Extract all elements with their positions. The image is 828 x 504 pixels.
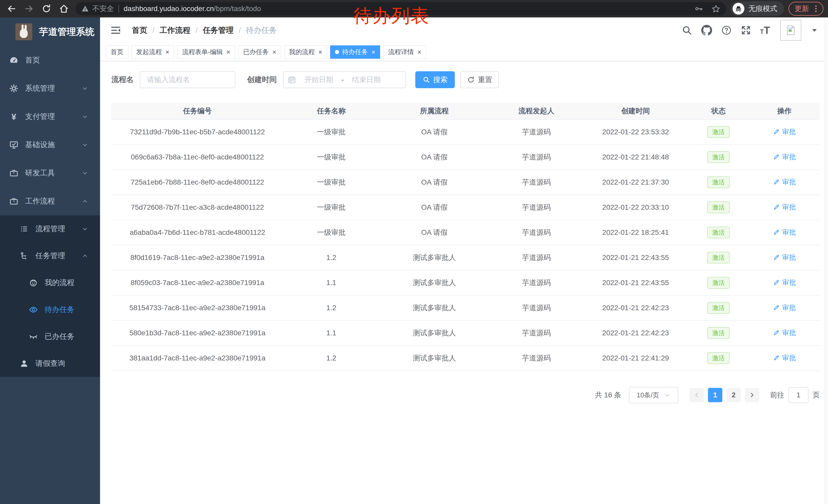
end-date-input[interactable] [346,76,387,84]
calendar-icon [288,75,296,84]
close-icon[interactable]: × [273,49,276,55]
task-id-cell: a6aba0a4-7b6d-11ec-b781-acde48001122 [111,220,283,245]
goto-page-input[interactable] [788,387,809,403]
sidebar-item-infrastructure[interactable]: 基础设施 [0,131,100,159]
approve-link[interactable]: 审批 [773,253,796,262]
create-time-cell: 2022-01-22 21:37:30 [583,170,688,195]
table-row: 069c6a63-7b8a-11ec-8ef0-acde48001122 一级审… [111,145,820,170]
security-warning-icon[interactable] [81,5,89,13]
status-badge: 激活 [707,352,730,364]
approve-link[interactable]: 审批 [773,353,796,363]
tab[interactable]: 已办任务 × [238,45,281,59]
avatar[interactable] [780,20,801,41]
bookmark-star-icon[interactable] [711,4,720,13]
caret-down-icon[interactable] [811,27,818,34]
app-logo[interactable]: 芋道管理系统 [0,17,100,46]
home-icon[interactable] [59,4,69,13]
approve-link[interactable]: 审批 [773,177,796,187]
sidebar-item-leave-query[interactable]: 请假查询 [0,350,100,377]
sidebar-item-label: 流程管理 [35,224,65,234]
create-time-cell: 2022-01-22 23:53:32 [583,120,688,145]
table-row: 580e1b3d-7ac8-11ec-a9e2-a2380e71991a 1.1… [111,320,820,346]
total-count: 共 16 条 [595,390,621,400]
reset-button[interactable]: 重置 [460,71,499,88]
tab[interactable]: 待办任务 × [330,45,380,59]
forward-icon[interactable] [24,4,34,13]
top-navbar: 首页 / 工作流程 / 任务管理 / 待办任务 [100,17,828,43]
close-icon[interactable]: × [371,49,375,55]
date-range-picker[interactable]: - [283,71,406,88]
sidebar-item-system[interactable]: 系统管理 [0,74,100,102]
url-text: dashboard.yudao.iocoder.cn/bpm/task/todo [124,5,261,13]
col-create-time: 创建时间 [583,102,688,120]
close-icon[interactable]: × [165,49,169,55]
reload-icon[interactable] [42,4,51,13]
approve-link[interactable]: 审批 [773,278,796,287]
start-date-input[interactable] [298,76,339,84]
sidebar-item-workflow[interactable]: 工作流程 [0,187,100,215]
browser-update-menu-button[interactable]: 更新 [788,2,823,16]
fullscreen-icon[interactable] [741,25,751,36]
sidebar-item-label: 系统管理 [25,83,55,94]
sidebar-item-payment[interactable]: ¥ 支付管理 [0,102,100,131]
tab[interactable]: 首页 × [106,45,128,59]
github-icon[interactable] [701,25,712,36]
next-page-button[interactable] [745,388,759,402]
update-label: 更新 [795,4,809,13]
close-icon[interactable]: × [226,49,230,55]
col-task-id: 任务编号 [111,102,283,120]
breadcrumb: 首页 / 工作流程 / 任务管理 / 待办任务 [132,25,277,36]
close-icon[interactable]: × [417,49,421,55]
table-header-row: 任务编号 任务名称 所属流程 流程发起人 创建时间 状态 操作 [111,102,820,120]
help-icon[interactable] [721,25,732,36]
approve-link[interactable]: 审批 [773,202,796,212]
breadcrumb-home[interactable]: 首页 [132,25,147,36]
approve-link[interactable]: 审批 [773,152,796,162]
scrollbar[interactable] [824,17,828,504]
tab[interactable]: 流程详情 × [383,45,426,59]
monitor-icon [9,140,18,149]
font-size-icon[interactable]: TT [760,26,770,35]
annotation-overlay-text: 待办列表 [354,4,429,28]
sidebar-item-devtools[interactable]: 研发工具 [0,159,100,187]
page-2-button[interactable]: 2 [727,388,741,402]
sidebar-item-home[interactable]: 首页 [0,46,100,74]
approve-link[interactable]: 审批 [773,303,796,312]
starter-cell: 芋道源码 [490,170,583,195]
sidebar-item-label: 研发工具 [25,168,55,178]
page-size-select[interactable]: 10条/页 [629,387,678,403]
breadcrumb-workflow[interactable]: 工作流程 [160,25,190,36]
prev-page-button[interactable] [690,388,704,402]
back-icon[interactable] [7,4,16,13]
search-icon[interactable] [681,25,692,36]
process-name-input[interactable] [140,71,235,88]
sidebar-item-label: 任务管理 [35,251,65,261]
status-badge: 激活 [707,327,730,339]
chevron-down-icon [82,170,88,176]
breadcrumb-task-management[interactable]: 任务管理 [203,25,234,36]
sidebar-item-task-management[interactable]: 任务管理 [0,242,100,269]
task-name-cell: 1.2 [283,346,379,371]
approve-link[interactable]: 审批 [773,328,796,337]
menu-dots-icon[interactable] [812,4,820,13]
tab[interactable]: 发起流程 × [131,45,174,59]
sidebar-item-my-process[interactable]: 我的流程 [0,269,100,296]
yen-icon: ¥ [9,112,18,121]
approve-link[interactable]: 审批 [773,127,796,136]
col-starter: 流程发起人 [490,102,583,120]
create-time-cell: 2022-01-21 22:41:29 [583,346,688,371]
approve-link[interactable]: 审批 [773,228,796,237]
page-1-button[interactable]: 1 [708,388,722,402]
table-row: 58154733-7ac8-11ec-a9e2-a2380e71991a 1.2… [111,295,820,320]
tab[interactable]: 流程表单-编辑 × [177,45,235,59]
sidebar-item-process-management[interactable]: 流程管理 [0,215,100,242]
sidebar-item-done-tasks[interactable]: 已办任务 [0,323,100,350]
sidebar-item-todo-tasks[interactable]: 待办任务 [0,296,100,323]
search-button[interactable]: 搜索 [415,71,455,88]
starter-cell: 芋道源码 [490,120,583,145]
close-icon[interactable]: × [318,49,322,55]
sidebar-collapse-icon[interactable] [110,25,121,36]
task-name-cell: 1.1 [283,270,379,295]
tab[interactable]: 我的流程 × [284,45,327,59]
password-key-icon[interactable] [694,4,703,13]
